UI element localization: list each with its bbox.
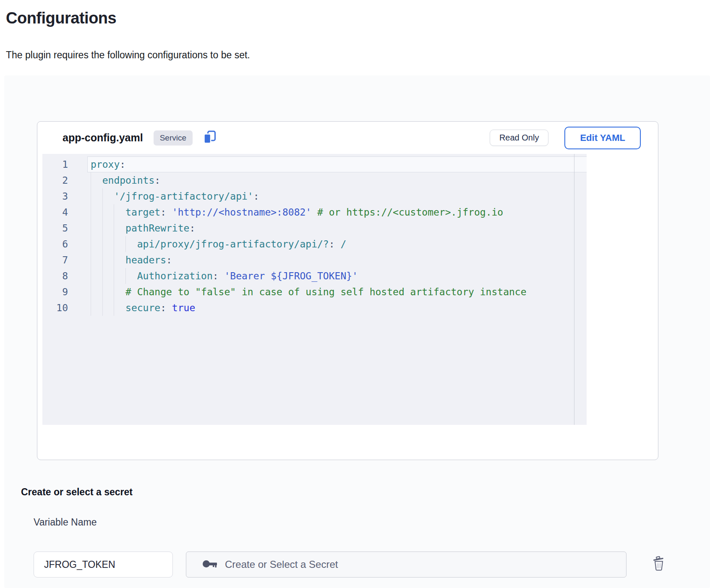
indent-guide (91, 188, 102, 204)
line-number: 1 (42, 156, 87, 172)
code-line: pathRewrite: (87, 220, 587, 236)
variable-name-label: Variable Name (34, 517, 97, 528)
config-panel: app-config.yaml Service Read Only Edit Y (4, 75, 710, 588)
indent-guide (102, 268, 114, 284)
read-only-button[interactable]: Read Only (490, 130, 549, 146)
yaml-card: app-config.yaml Service Read Only Edit Y (37, 121, 658, 460)
code-token: target (125, 207, 160, 218)
indent-guide (91, 300, 102, 316)
code-token: # Change to "false" in case of using sel… (125, 286, 526, 297)
code-token: : (253, 191, 259, 202)
code-token: true (172, 302, 195, 313)
line-number: 9 (42, 284, 87, 300)
line-number: 8 (42, 268, 87, 284)
indent-guide (102, 284, 114, 300)
variable-name-input[interactable] (34, 552, 173, 578)
code-token: endpoints (102, 175, 155, 186)
code-token: secure (125, 302, 160, 313)
code-token: # or https://<customer>.jfrog.io (317, 207, 503, 218)
code-token: Authorization (137, 271, 213, 281)
secret-select-placeholder: Create or Select a Secret (225, 559, 338, 570)
line-number: 6 (42, 236, 87, 252)
yaml-editor[interactable]: 12345678910 proxy:endpoints:'/jfrog-arti… (42, 154, 587, 425)
code-line: '/jfrog-artifactory/api': (87, 188, 587, 204)
page-title: Configurations (6, 9, 116, 27)
code-token: '/jfrog-artifactory/api' (114, 191, 253, 202)
indent-guide (91, 236, 102, 252)
line-number: 7 (42, 252, 87, 268)
code-token (311, 207, 317, 218)
line-number: 3 (42, 188, 87, 204)
indent-guide (91, 268, 102, 284)
code-line: # Change to "false" in case of using sel… (87, 284, 587, 300)
indent-guide (91, 220, 102, 236)
line-number: 10 (42, 300, 87, 316)
code-line: endpoints: (87, 172, 587, 188)
code-token: proxy (91, 159, 120, 170)
page-subtitle: The plugin requires the following config… (6, 49, 250, 61)
indent-guide (102, 300, 114, 316)
code-token: : (154, 175, 160, 186)
indent-guide (91, 172, 102, 188)
code-token: headers (125, 255, 166, 265)
indent-guide (125, 236, 137, 252)
code-token: : (189, 223, 195, 234)
secret-section-heading: Create or select a secret (21, 487, 133, 498)
line-number: 2 (42, 172, 87, 188)
editor-scrollbar[interactable] (574, 154, 574, 425)
copy-icon (203, 130, 217, 146)
delete-secret-button[interactable] (649, 554, 669, 575)
code-line: proxy: (87, 156, 587, 172)
indent-guide (91, 204, 102, 220)
code-line: Authorization: 'Bearer ${JFROG_TOKEN}' (87, 268, 587, 284)
code-token: api/proxy/jfrog-artifactory/api/? (137, 239, 329, 250)
card-header: app-config.yaml Service Read Only Edit Y (37, 122, 658, 154)
indent-guide (114, 300, 125, 316)
indent-guide (102, 188, 114, 204)
indent-guide (102, 236, 114, 252)
editor-gutter: 12345678910 (42, 154, 87, 425)
line-number: 4 (42, 204, 87, 220)
card-header-left: app-config.yaml Service (63, 130, 217, 146)
indent-guide (114, 220, 125, 236)
indent-guide (114, 204, 125, 220)
code-token: / (340, 239, 346, 250)
configurations-page: Configurations The plugin requires the f… (0, 0, 710, 588)
code-token: 'http://<hostname>:8082' (172, 207, 311, 218)
code-token: : (160, 302, 172, 313)
copy-button[interactable] (203, 130, 217, 146)
code-token: pathRewrite (125, 223, 189, 234)
indent-guide (102, 204, 114, 220)
file-name: app-config.yaml (63, 132, 143, 144)
indent-guide (91, 284, 102, 300)
code-line: headers: (87, 252, 587, 268)
code-token: 'Bearer ${JFROG_TOKEN}' (224, 271, 358, 281)
code-token: : (213, 271, 224, 281)
line-number: 5 (42, 220, 87, 236)
code-line: api/proxy/jfrog-artifactory/api/?: / (87, 236, 587, 252)
indent-guide (114, 252, 125, 268)
card-header-right: Read Only Edit YAML (490, 127, 641, 149)
code-line: secure: true (87, 300, 587, 316)
service-badge: Service (154, 130, 193, 146)
code-area[interactable]: proxy:endpoints:'/jfrog-artifactory/api'… (87, 154, 587, 425)
indent-guide (114, 236, 125, 252)
key-icon (202, 559, 218, 570)
code-token: : (329, 239, 341, 250)
edit-yaml-button[interactable]: Edit YAML (564, 127, 641, 149)
code-token: : (166, 255, 172, 265)
code-token: : (160, 207, 172, 218)
code-line: target: 'http://<hostname>:8082' # or ht… (87, 204, 587, 220)
indent-guide (114, 284, 125, 300)
indent-guide (125, 268, 137, 284)
indent-guide (102, 220, 114, 236)
indent-guide (91, 252, 102, 268)
secret-select[interactable]: Create or Select a Secret (186, 552, 626, 578)
code-token: : (120, 159, 125, 170)
trash-icon (652, 555, 666, 573)
indent-guide (102, 252, 114, 268)
indent-guide (114, 268, 125, 284)
